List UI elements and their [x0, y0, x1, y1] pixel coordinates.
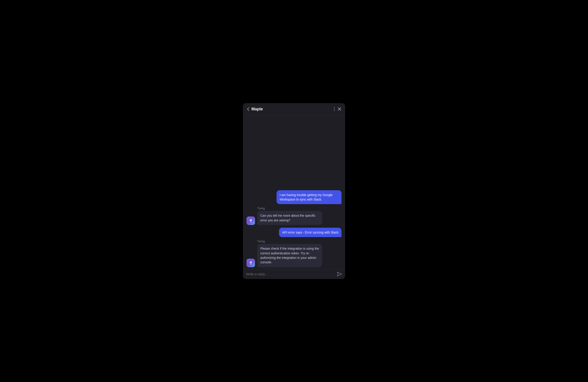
svg-point-3	[251, 219, 252, 220]
bot-label: Turing	[247, 207, 265, 210]
chat-window: Maple I am having trouble getting my Goo	[243, 103, 345, 279]
bot-avatar	[247, 259, 255, 267]
back-button[interactable]	[247, 107, 249, 111]
svg-point-0	[334, 107, 335, 108]
message-text: API error says - Error syncing with Slac…	[282, 231, 338, 234]
bot-message-container: Please check if the integration is using…	[247, 244, 322, 267]
message-row: I am having trouble getting my Google Wo…	[247, 190, 341, 204]
message-text: I am having trouble getting my Google Wo…	[280, 193, 333, 201]
messages-area: I am having trouble getting my Google Wo…	[243, 115, 345, 269]
reply-input[interactable]	[246, 272, 335, 276]
bot-message-container: Can you tell me more about the specific …	[247, 211, 322, 225]
bot-bubble: Can you tell me more about the specific …	[257, 211, 322, 225]
message-text: Please check if the integration is using…	[260, 247, 319, 264]
close-button[interactable]	[338, 108, 341, 111]
chat-header: Maple	[243, 103, 345, 115]
user-bubble: I am having trouble getting my Google Wo…	[276, 190, 341, 204]
spacer	[247, 119, 341, 187]
bot-avatar	[247, 216, 255, 225]
svg-point-1	[334, 109, 335, 110]
message-row: API error says - Error syncing with Slac…	[247, 228, 341, 237]
input-area	[243, 269, 345, 279]
chat-title: Maple	[252, 107, 334, 112]
send-button[interactable]	[337, 272, 342, 276]
svg-point-4	[251, 261, 252, 262]
bot-label: Turing	[247, 240, 265, 243]
message-row: Turing Can you tell me more about the sp…	[247, 207, 341, 225]
message-row: Turing Please check if the integration i…	[247, 240, 341, 267]
header-actions	[334, 107, 341, 111]
message-text: Can you tell me more about the specific …	[260, 214, 315, 222]
bot-bubble: Please check if the integration is using…	[257, 244, 322, 267]
more-options-button[interactable]	[334, 107, 335, 111]
user-bubble: API error says - Error syncing with Slac…	[279, 228, 341, 237]
svg-point-2	[334, 110, 335, 111]
